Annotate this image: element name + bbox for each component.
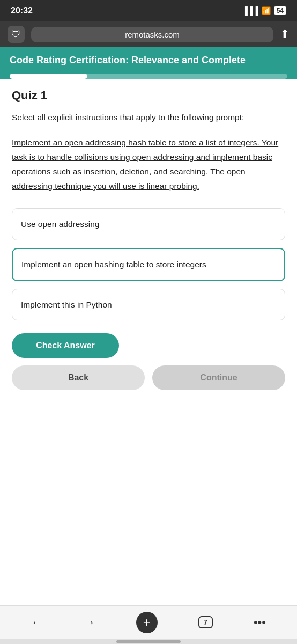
progress-bar-fill [10, 74, 87, 79]
home-indicator-bar [116, 640, 181, 643]
browser-back-button[interactable]: ← [31, 616, 43, 630]
option-3-text: Implement this in Python [21, 300, 112, 309]
quiz-label: Quiz 1 [0, 79, 297, 106]
more-options-button[interactable]: ••• [254, 616, 266, 630]
browser-menu-icon[interactable]: 🛡 [8, 26, 25, 43]
prompt-text: Implement an open addressing hash table … [12, 135, 285, 194]
continue-button: Continue [152, 365, 285, 390]
nav-buttons: Back Continue [12, 365, 285, 390]
page-title: Code Rating Certification: Relevance and… [10, 55, 287, 74]
battery-indicator: 54 [274, 6, 286, 15]
check-answer-button[interactable]: Check Answer [12, 333, 119, 358]
browser-bar: 🛡 remotasks.com ⬆ [0, 21, 297, 47]
new-tab-button[interactable]: + [136, 612, 158, 633]
url-bar[interactable]: remotasks.com [31, 27, 273, 42]
instruction-text: Select all explicit instructions that ap… [12, 111, 285, 125]
bottom-nav: ← → + 7 ••• [0, 605, 297, 639]
share-icon[interactable]: ⬆ [280, 27, 289, 41]
page-header: Code Rating Certification: Relevance and… [0, 47, 297, 79]
back-button[interactable]: Back [12, 365, 145, 390]
status-bar: 20:32 ▐▐▐ 📶 54 [0, 0, 297, 21]
option-2-text: Implement an open hashing table to store… [21, 260, 206, 269]
main-content: Select all explicit instructions that ap… [0, 106, 297, 605]
option-3[interactable]: Implement this in Python [12, 289, 285, 321]
option-2[interactable]: Implement an open hashing table to store… [12, 248, 285, 281]
option-1[interactable]: Use open addressing [12, 208, 285, 240]
time-display: 20:32 [11, 6, 33, 16]
signal-icon: ▐▐▐ [242, 6, 258, 15]
wifi-icon: 📶 [262, 6, 271, 15]
browser-forward-button[interactable]: → [84, 616, 95, 630]
option-1-text: Use open addressing [21, 219, 100, 229]
progress-bar-container [10, 74, 287, 79]
tab-count[interactable]: 7 [198, 616, 213, 628]
status-icons: ▐▐▐ 📶 54 [242, 6, 286, 15]
options-container: Use open addressing Implement an open ha… [12, 208, 285, 320]
home-indicator [0, 639, 297, 644]
